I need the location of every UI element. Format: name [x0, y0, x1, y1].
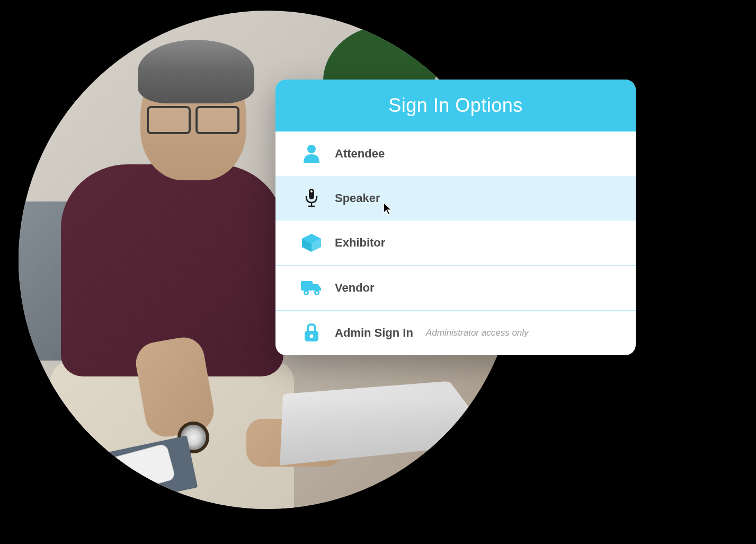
- photo-hair: [138, 40, 254, 103]
- svg-point-9: [316, 292, 318, 294]
- option-caption: Administrator access only: [426, 328, 529, 338]
- card-title: Sign In Options: [275, 80, 636, 131]
- option-label: Speaker: [335, 191, 380, 205]
- option-label: Attendee: [335, 147, 385, 161]
- box-icon: [301, 232, 322, 253]
- option-speaker[interactable]: Speaker: [275, 176, 636, 221]
- option-attendee[interactable]: Attendee: [275, 131, 636, 176]
- svg-point-0: [307, 145, 316, 153]
- cursor-icon: [383, 201, 393, 217]
- person-icon: [301, 143, 322, 164]
- signin-card: Sign In Options Attendee Speaker: [275, 80, 636, 355]
- option-vendor[interactable]: Vendor: [275, 265, 636, 310]
- microphone-icon: [301, 188, 322, 209]
- lock-icon: [301, 322, 322, 344]
- svg-point-2: [310, 190, 313, 192]
- option-exhibitor[interactable]: Exhibitor: [275, 221, 636, 265]
- photo-glasses: [147, 106, 239, 133]
- svg-rect-5: [301, 281, 313, 291]
- option-label: Vendor: [335, 281, 375, 295]
- option-label: Exhibitor: [335, 236, 385, 250]
- svg-point-11: [310, 335, 314, 338]
- svg-point-7: [305, 292, 307, 294]
- option-admin[interactable]: Admin Sign In Administrator access only: [275, 310, 636, 355]
- photo-laptop: [280, 381, 496, 466]
- option-label: Admin Sign In: [335, 326, 413, 340]
- truck-icon: [301, 277, 322, 299]
